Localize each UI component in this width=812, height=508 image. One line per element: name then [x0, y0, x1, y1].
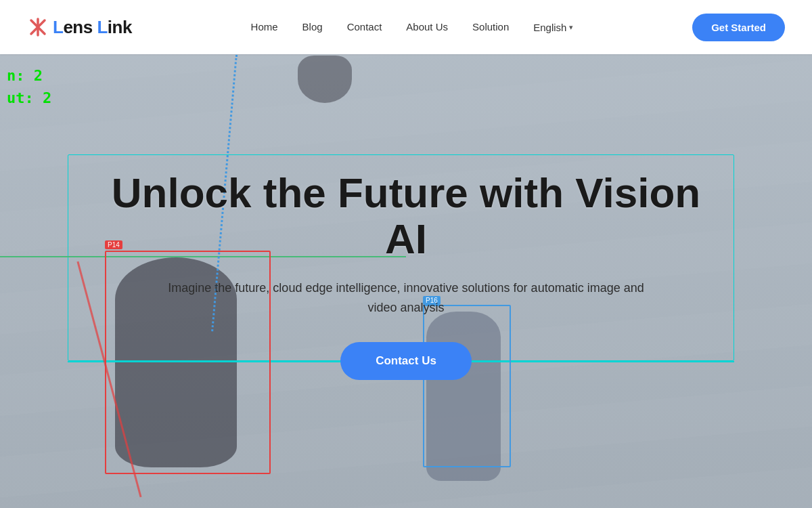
logo-icon	[27, 16, 49, 38]
counter-in: n: 2	[7, 64, 51, 87]
hero-content: Unlock the Future with Vision AI Imagine…	[102, 170, 710, 380]
nav-link-contact[interactable]: Contact	[347, 21, 382, 33]
nav-item-about[interactable]: About Us	[406, 21, 448, 33]
language-selector[interactable]: English ▾	[533, 22, 573, 33]
counter-out: ut: 2	[7, 87, 51, 109]
logo[interactable]: Lens Link	[27, 16, 132, 38]
hero-title: Unlock the Future with Vision AI	[102, 170, 710, 262]
language-label: English	[533, 22, 566, 33]
contact-us-button[interactable]: Contact Us	[340, 342, 472, 380]
nav-item-solution[interactable]: Solution	[472, 21, 509, 33]
nav-item-contact[interactable]: Contact	[347, 21, 382, 33]
hero-subtitle: Imagine the future, cloud edge intellige…	[156, 278, 656, 318]
logo-text: Lens Link	[53, 17, 132, 38]
nav-item-blog[interactable]: Blog	[302, 21, 323, 33]
nav-link-blog[interactable]: Blog	[302, 21, 323, 33]
nav-item-language[interactable]: English ▾	[533, 22, 573, 33]
counter-overlay: n: 2 ut: 2	[7, 64, 51, 109]
navbar: Lens Link Home Blog Contact About Us Sol…	[0, 0, 812, 54]
nav-item-home[interactable]: Home	[251, 21, 278, 33]
hero-section: P14 P16 n: 2 ut: 2 Unlock the Future wit…	[0, 0, 812, 508]
nav-links: Home Blog Contact About Us Solution Engl…	[251, 21, 574, 33]
nav-link-solution[interactable]: Solution	[472, 21, 509, 33]
get-started-button[interactable]: Get Started	[692, 14, 785, 41]
nav-link-home[interactable]: Home	[251, 21, 278, 33]
chevron-down-icon: ▾	[569, 23, 573, 32]
nav-link-about[interactable]: About Us	[406, 21, 448, 33]
feet-shadow	[298, 56, 352, 103]
